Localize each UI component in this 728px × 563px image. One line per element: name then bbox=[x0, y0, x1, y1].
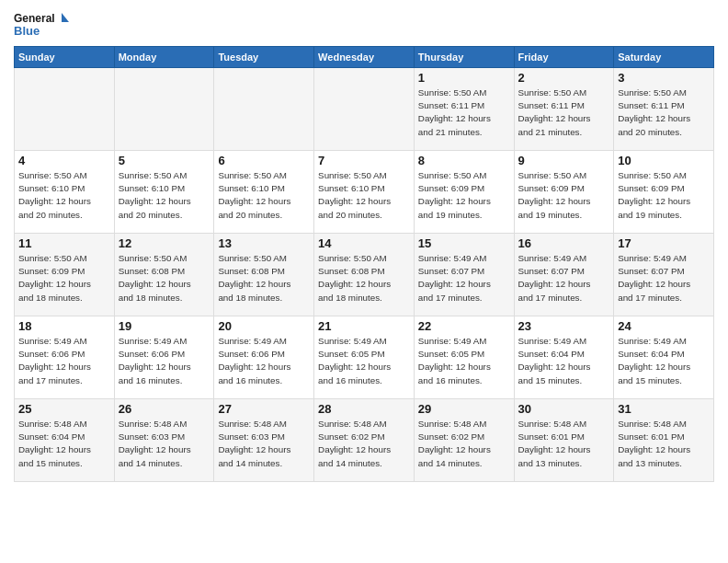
day-info: Sunrise: 5:49 AM Sunset: 6:05 PM Dayligh… bbox=[318, 335, 410, 387]
svg-marker-2 bbox=[62, 13, 69, 22]
page-header: General Blue bbox=[14, 9, 714, 42]
day-number: 11 bbox=[18, 236, 110, 250]
weekday-header: Wednesday bbox=[314, 47, 415, 68]
calendar-cell: 6Sunrise: 5:50 AM Sunset: 6:10 PM Daylig… bbox=[214, 151, 314, 234]
calendar-cell: 12Sunrise: 5:50 AM Sunset: 6:08 PM Dayli… bbox=[114, 234, 214, 316]
calendar-header: SundayMondayTuesdayWednesdayThursdayFrid… bbox=[15, 47, 714, 68]
day-number: 4 bbox=[18, 154, 110, 167]
calendar-week-row: 11Sunrise: 5:50 AM Sunset: 6:09 PM Dayli… bbox=[15, 234, 714, 316]
calendar-cell: 29Sunrise: 5:48 AM Sunset: 6:02 PM Dayli… bbox=[414, 399, 514, 482]
calendar-cell: 1Sunrise: 5:50 AM Sunset: 6:11 PM Daylig… bbox=[414, 68, 514, 151]
calendar-cell: 14Sunrise: 5:50 AM Sunset: 6:08 PM Dayli… bbox=[314, 234, 415, 316]
day-number: 3 bbox=[618, 71, 710, 85]
calendar-cell: 11Sunrise: 5:50 AM Sunset: 6:09 PM Dayli… bbox=[15, 234, 115, 316]
day-number: 19 bbox=[119, 319, 210, 333]
day-info: Sunrise: 5:49 AM Sunset: 6:07 PM Dayligh… bbox=[518, 252, 610, 304]
day-info: Sunrise: 5:48 AM Sunset: 6:01 PM Dayligh… bbox=[518, 418, 610, 470]
day-info: Sunrise: 5:50 AM Sunset: 6:09 PM Dayligh… bbox=[518, 169, 610, 222]
calendar-cell: 18Sunrise: 5:49 AM Sunset: 6:06 PM Dayli… bbox=[15, 316, 115, 399]
day-number: 12 bbox=[119, 236, 210, 250]
day-number: 9 bbox=[518, 154, 610, 167]
day-info: Sunrise: 5:50 AM Sunset: 6:08 PM Dayligh… bbox=[218, 252, 310, 304]
weekday-header: Saturday bbox=[614, 47, 714, 68]
calendar-cell: 30Sunrise: 5:48 AM Sunset: 6:01 PM Dayli… bbox=[514, 399, 614, 482]
day-number: 17 bbox=[618, 236, 710, 250]
calendar-cell: 25Sunrise: 5:48 AM Sunset: 6:04 PM Dayli… bbox=[15, 399, 115, 482]
day-info: Sunrise: 5:50 AM Sunset: 6:11 PM Dayligh… bbox=[518, 86, 610, 139]
day-number: 29 bbox=[418, 402, 510, 416]
day-info: Sunrise: 5:48 AM Sunset: 6:02 PM Dayligh… bbox=[318, 418, 410, 470]
calendar-cell: 13Sunrise: 5:50 AM Sunset: 6:08 PM Dayli… bbox=[214, 234, 314, 316]
day-number: 24 bbox=[618, 319, 710, 333]
weekday-header: Friday bbox=[514, 47, 614, 68]
calendar-cell: 3Sunrise: 5:50 AM Sunset: 6:11 PM Daylig… bbox=[614, 68, 714, 151]
calendar-cell: 7Sunrise: 5:50 AM Sunset: 6:10 PM Daylig… bbox=[314, 151, 415, 234]
calendar-cell: 9Sunrise: 5:50 AM Sunset: 6:09 PM Daylig… bbox=[514, 151, 614, 234]
calendar-cell: 4Sunrise: 5:50 AM Sunset: 6:10 PM Daylig… bbox=[15, 151, 115, 234]
day-number: 31 bbox=[618, 402, 710, 416]
day-info: Sunrise: 5:49 AM Sunset: 6:04 PM Dayligh… bbox=[518, 335, 610, 387]
day-info: Sunrise: 5:49 AM Sunset: 6:06 PM Dayligh… bbox=[218, 335, 310, 387]
calendar-cell bbox=[314, 68, 415, 151]
day-info: Sunrise: 5:50 AM Sunset: 6:10 PM Dayligh… bbox=[18, 169, 110, 222]
calendar-cell: 28Sunrise: 5:48 AM Sunset: 6:02 PM Dayli… bbox=[314, 399, 415, 482]
day-info: Sunrise: 5:50 AM Sunset: 6:10 PM Dayligh… bbox=[119, 169, 210, 222]
day-info: Sunrise: 5:50 AM Sunset: 6:10 PM Dayligh… bbox=[218, 169, 310, 222]
day-info: Sunrise: 5:50 AM Sunset: 6:08 PM Dayligh… bbox=[318, 252, 410, 304]
svg-text:General: General bbox=[14, 12, 55, 25]
day-number: 22 bbox=[418, 319, 510, 333]
calendar-week-row: 25Sunrise: 5:48 AM Sunset: 6:04 PM Dayli… bbox=[15, 399, 714, 482]
day-info: Sunrise: 5:48 AM Sunset: 6:02 PM Dayligh… bbox=[418, 418, 510, 470]
calendar-cell: 5Sunrise: 5:50 AM Sunset: 6:10 PM Daylig… bbox=[114, 151, 214, 234]
day-info: Sunrise: 5:48 AM Sunset: 6:01 PM Dayligh… bbox=[618, 418, 710, 470]
day-info: Sunrise: 5:50 AM Sunset: 6:09 PM Dayligh… bbox=[618, 169, 710, 222]
calendar-cell: 22Sunrise: 5:49 AM Sunset: 6:05 PM Dayli… bbox=[414, 316, 514, 399]
calendar-cell bbox=[114, 68, 214, 151]
day-number: 18 bbox=[18, 319, 110, 333]
day-number: 10 bbox=[618, 154, 710, 167]
day-number: 7 bbox=[318, 154, 410, 167]
day-number: 15 bbox=[418, 236, 510, 250]
day-number: 14 bbox=[318, 236, 410, 250]
day-number: 13 bbox=[218, 236, 310, 250]
calendar-cell bbox=[214, 68, 314, 151]
day-number: 26 bbox=[119, 402, 210, 416]
day-info: Sunrise: 5:48 AM Sunset: 6:03 PM Dayligh… bbox=[119, 418, 210, 470]
weekday-header: Thursday bbox=[414, 47, 514, 68]
day-info: Sunrise: 5:49 AM Sunset: 6:07 PM Dayligh… bbox=[618, 252, 710, 304]
day-number: 6 bbox=[218, 154, 310, 167]
day-info: Sunrise: 5:50 AM Sunset: 6:09 PM Dayligh… bbox=[418, 169, 510, 222]
day-number: 1 bbox=[418, 71, 510, 85]
calendar-cell: 24Sunrise: 5:49 AM Sunset: 6:04 PM Dayli… bbox=[614, 316, 714, 399]
header-row: SundayMondayTuesdayWednesdayThursdayFrid… bbox=[15, 47, 714, 68]
day-info: Sunrise: 5:49 AM Sunset: 6:07 PM Dayligh… bbox=[418, 252, 510, 304]
day-number: 27 bbox=[218, 402, 310, 416]
day-number: 23 bbox=[518, 319, 610, 333]
calendar-cell: 2Sunrise: 5:50 AM Sunset: 6:11 PM Daylig… bbox=[514, 68, 614, 151]
calendar-cell: 26Sunrise: 5:48 AM Sunset: 6:03 PM Dayli… bbox=[114, 399, 214, 482]
day-info: Sunrise: 5:50 AM Sunset: 6:08 PM Dayligh… bbox=[119, 252, 210, 304]
day-info: Sunrise: 5:49 AM Sunset: 6:04 PM Dayligh… bbox=[618, 335, 710, 387]
calendar-week-row: 4Sunrise: 5:50 AM Sunset: 6:10 PM Daylig… bbox=[15, 151, 714, 234]
weekday-header: Monday bbox=[114, 47, 214, 68]
weekday-header: Sunday bbox=[15, 47, 115, 68]
calendar-body: 1Sunrise: 5:50 AM Sunset: 6:11 PM Daylig… bbox=[15, 68, 714, 482]
day-info: Sunrise: 5:49 AM Sunset: 6:06 PM Dayligh… bbox=[119, 335, 210, 387]
calendar-cell: 10Sunrise: 5:50 AM Sunset: 6:09 PM Dayli… bbox=[614, 151, 714, 234]
day-number: 20 bbox=[218, 319, 310, 333]
day-info: Sunrise: 5:49 AM Sunset: 6:06 PM Dayligh… bbox=[18, 335, 110, 387]
calendar-table: SundayMondayTuesdayWednesdayThursdayFrid… bbox=[14, 46, 714, 482]
svg-text:Blue: Blue bbox=[14, 24, 40, 38]
calendar-cell: 27Sunrise: 5:48 AM Sunset: 6:03 PM Dayli… bbox=[214, 399, 314, 482]
calendar-cell: 23Sunrise: 5:49 AM Sunset: 6:04 PM Dayli… bbox=[514, 316, 614, 399]
day-number: 30 bbox=[518, 402, 610, 416]
day-info: Sunrise: 5:48 AM Sunset: 6:03 PM Dayligh… bbox=[218, 418, 310, 470]
logo: General Blue bbox=[14, 9, 69, 42]
day-info: Sunrise: 5:50 AM Sunset: 6:11 PM Dayligh… bbox=[418, 86, 510, 139]
day-number: 21 bbox=[318, 319, 410, 333]
day-number: 2 bbox=[518, 71, 610, 85]
day-info: Sunrise: 5:50 AM Sunset: 6:11 PM Dayligh… bbox=[618, 86, 710, 139]
day-info: Sunrise: 5:50 AM Sunset: 6:09 PM Dayligh… bbox=[18, 252, 110, 304]
calendar-cell: 15Sunrise: 5:49 AM Sunset: 6:07 PM Dayli… bbox=[414, 234, 514, 316]
day-number: 25 bbox=[18, 402, 110, 416]
